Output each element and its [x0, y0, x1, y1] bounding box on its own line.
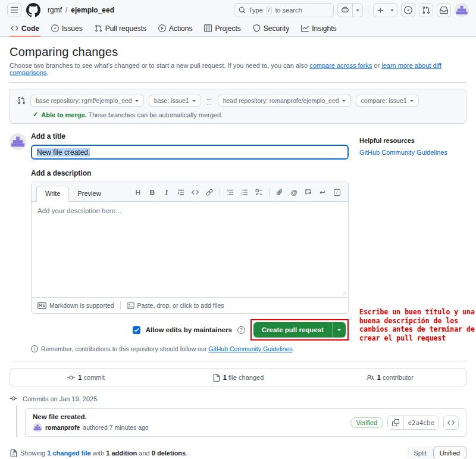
tab-actions[interactable]: Actions: [154, 20, 197, 36]
global-search-input[interactable]: Type / to search: [234, 3, 334, 17]
shield-icon: [253, 24, 261, 32]
check-icon: [134, 327, 139, 333]
tab-projects[interactable]: Projects: [199, 20, 245, 36]
compare-branch-dropdown[interactable]: compare: issue1: [356, 95, 419, 107]
bullet-list-button[interactable]: [238, 186, 251, 198]
tab-label: Pull requests: [105, 24, 146, 33]
files-changed-stat[interactable]: 1 file changed: [162, 369, 314, 386]
cross-reference-button[interactable]: [302, 186, 315, 198]
tab-insights[interactable]: Insights: [296, 20, 341, 36]
main-content: Comparing changes Choose two branches to…: [0, 37, 476, 459]
quote-icon: [177, 189, 184, 196]
guidelines-aside-link[interactable]: GitHub Community Guidelines: [359, 149, 447, 156]
page-intro: Choose two branches to see what's change…: [10, 62, 466, 83]
code-icon: [447, 419, 455, 426]
head-repository-dropdown[interactable]: head repository: romanprofe/ejemplo_eed: [218, 95, 351, 107]
unified-view-button[interactable]: Unified: [433, 446, 466, 459]
timeline-line: [16, 405, 17, 437]
table-icon: [204, 24, 212, 32]
tab-security[interactable]: Security: [248, 20, 294, 36]
allow-edits-label: Allow edits by maintainers: [146, 326, 232, 333]
tab-preview[interactable]: Preview: [69, 186, 109, 201]
merge-status-bold: Able to merge.: [41, 111, 86, 118]
repo-nav: Code Issues Pull requests Actions Projec…: [0, 20, 476, 37]
commit-meta: romanprofe authored 7 minutes ago: [33, 423, 149, 432]
github-logo[interactable]: [26, 3, 40, 17]
github-mark-icon: [26, 3, 40, 17]
tab-pull-requests[interactable]: Pull requests: [90, 20, 151, 36]
copilot-dropdown-button[interactable]: [352, 4, 362, 17]
create-new-group: [373, 3, 397, 17]
saved-replies-button[interactable]: ↩: [316, 186, 329, 198]
user-avatar[interactable]: [455, 3, 469, 17]
remember-text: Remember, contributions to this reposito…: [41, 345, 208, 352]
compare-across-forks-link[interactable]: compare across forks: [309, 62, 372, 69]
tab-write[interactable]: Write: [36, 186, 69, 202]
heading-button[interactable]: H: [131, 186, 145, 198]
verified-badge[interactable]: Verified: [350, 417, 383, 428]
breadcrumb-separator: /: [65, 6, 67, 14]
allow-edits-checkbox[interactable]: [133, 326, 140, 334]
footer-divider: [120, 301, 121, 310]
base-branch-dropdown[interactable]: base: issue1: [149, 95, 201, 107]
paperclip-icon: [276, 189, 283, 196]
copy-icon: [392, 419, 399, 426]
description-textarea[interactable]: Add your description here...: [32, 202, 348, 297]
identicon: [455, 3, 469, 17]
create-pr-dropdown[interactable]: [332, 322, 346, 338]
bold-button[interactable]: B: [146, 186, 159, 198]
breadcrumb-owner[interactable]: rgmf: [48, 6, 62, 14]
resize-handle[interactable]: [341, 290, 346, 295]
commit-author[interactable]: romanprofe: [45, 424, 80, 431]
header-divider: [368, 5, 368, 15]
pr-form: Add a title New file created. Add a desc…: [10, 132, 466, 352]
hamburger-menu-button[interactable]: [7, 3, 21, 17]
global-header: rgmf / ejemplo_eed Type / to search: [0, 0, 476, 20]
commits-section: Commits on Jan 19, 2025 New file created…: [10, 395, 466, 437]
mention-button[interactable]: @: [287, 186, 300, 198]
three-bars-icon: [10, 6, 18, 14]
split-view-button[interactable]: Split: [407, 446, 433, 459]
commit-author-avatar[interactable]: [33, 423, 42, 432]
code-button[interactable]: [189, 186, 202, 198]
dots-icon: …: [206, 101, 212, 105]
slash-commands-button[interactable]: /: [330, 186, 343, 198]
tasklist-icon: [255, 189, 262, 196]
commit-actions: Verified e2a4cbe: [350, 416, 459, 430]
markdown-supported-link[interactable]: Markdown is supported: [37, 302, 114, 309]
code-icon: [192, 189, 199, 196]
changed-file-link[interactable]: 1 changed file: [47, 449, 90, 457]
inbox-button[interactable]: [437, 3, 451, 17]
copilot-button[interactable]: [338, 4, 352, 17]
quote-button[interactable]: [174, 186, 187, 198]
slash-command-icon: /: [334, 189, 340, 196]
copy-sha-button[interactable]: [388, 416, 403, 429]
create-new-button[interactable]: [374, 4, 387, 17]
tab-label: Insights: [312, 24, 336, 33]
breadcrumb-repo[interactable]: ejemplo_eed: [71, 6, 114, 14]
commit-message-link[interactable]: New file created.: [33, 413, 149, 420]
base-repository-dropdown[interactable]: base repository: rgmf/ejemplo_eed: [30, 95, 144, 107]
commits-stat[interactable]: 1 commit: [10, 369, 162, 386]
slash-key-hint: /: [266, 7, 273, 14]
task-list-button[interactable]: [252, 186, 265, 198]
commit-sha[interactable]: e2a4cbe: [403, 416, 439, 429]
pull-requests-header-button[interactable]: [419, 3, 433, 17]
title-label: Add a title: [31, 132, 349, 140]
attach-file-button[interactable]: [273, 186, 286, 198]
community-guidelines-link[interactable]: GitHub Community Guidelines: [208, 345, 292, 352]
tab-code[interactable]: Code: [6, 20, 44, 36]
contributors-stat[interactable]: 1 contributor: [314, 369, 466, 386]
attach-files-area[interactable]: Paste, drop, or click to add files: [127, 302, 224, 310]
browse-code-button[interactable]: [443, 416, 459, 430]
issues-header-button[interactable]: [401, 3, 415, 17]
chevron-down-icon: [356, 10, 359, 13]
link-button[interactable]: [203, 186, 216, 198]
create-pull-request-button[interactable]: Create pull request: [253, 322, 346, 338]
numbered-list-button[interactable]: [224, 186, 237, 198]
question-icon[interactable]: ?: [237, 326, 245, 334]
title-input[interactable]: New file created.: [31, 145, 349, 160]
create-new-dropdown[interactable]: [387, 4, 397, 17]
tab-issues[interactable]: Issues: [46, 20, 87, 36]
italic-button[interactable]: I: [160, 186, 173, 198]
